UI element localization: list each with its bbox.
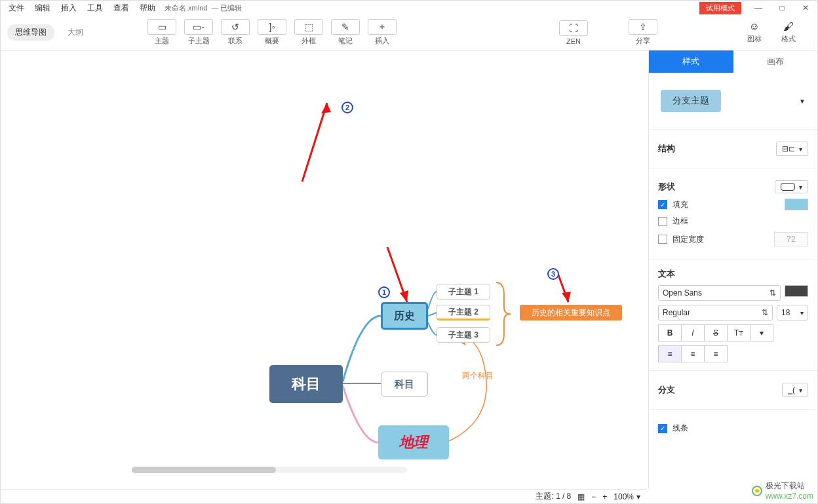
chevron-down-icon[interactable]: ▼	[799, 98, 806, 105]
font-family-select[interactable]: Open Sans⇅	[658, 285, 781, 301]
align-right-button[interactable]: ≡	[704, 345, 728, 362]
menu-bar: 文件 编辑 插入 工具 查看 帮助 未命名.xmind — 已编辑 试用模式 —…	[1, 1, 817, 15]
tool-format[interactable]: 🖌格式	[774, 21, 803, 44]
menu-help[interactable]: 帮助	[134, 1, 161, 15]
brush-icon: 🖌	[783, 21, 794, 33]
tool-relation[interactable]: ↺联系	[217, 19, 254, 46]
font-weight-select[interactable]: Regular⇅	[658, 305, 773, 320]
label-line: 线条	[672, 423, 688, 434]
watermark-logo-icon	[751, 485, 763, 497]
subtopic-icon: ▭-	[184, 19, 213, 35]
insert-icon: ＋	[368, 19, 397, 35]
maximize-button[interactable]: □	[770, 1, 794, 15]
node-subject-2[interactable]: 科目	[381, 372, 428, 397]
structure-icon: ⊟⊏	[782, 144, 795, 153]
node-subtopic-1[interactable]: 子主题 1	[437, 284, 490, 300]
zen-icon: ⛶	[559, 20, 588, 36]
minimize-button[interactable]: —	[747, 1, 770, 15]
node-root[interactable]: 科目	[269, 365, 343, 403]
italic-button[interactable]: I	[681, 324, 705, 341]
node-subtopic-2[interactable]: 子主题 2	[437, 305, 490, 320]
label-branch: 分支	[658, 384, 675, 396]
horizontal-scrollbar[interactable]	[132, 467, 407, 473]
menu-edit[interactable]: 编辑	[29, 1, 56, 15]
label-fill: 填充	[672, 199, 688, 210]
node-history[interactable]: 历史	[381, 302, 428, 330]
tool-topic[interactable]: ▭主题	[144, 19, 180, 46]
svg-marker-4	[400, 290, 408, 302]
status-bar: 主题: 1 / 8 ▦ − + 100% ▾	[1, 489, 647, 503]
label-text: 文本	[658, 269, 675, 279]
fill-color-swatch[interactable]	[785, 199, 808, 210]
strike-button[interactable]: S	[704, 324, 728, 341]
tool-insert[interactable]: ＋插入	[364, 19, 400, 46]
node-subtopic-3[interactable]: 子主题 3	[437, 327, 490, 343]
annotation-marker-2: 2	[341, 102, 353, 113]
zoom-out-button[interactable]: −	[591, 492, 596, 501]
tool-note[interactable]: ✎笔记	[327, 19, 364, 46]
node-geography[interactable]: 地理	[378, 425, 449, 459]
text-color-swatch[interactable]	[785, 285, 808, 297]
status-topic-count: 主题: 1 / 8	[536, 491, 571, 502]
summary-node[interactable]: 历史的相关重要知识点	[520, 305, 622, 320]
case-button[interactable]: Tᴛ	[727, 324, 750, 341]
font-size-select[interactable]: 18▾	[777, 305, 808, 320]
mindmap-canvas[interactable]: 科目 历史 科目 地理 子主题 1 子主题 2 子主题 3 历史的相关重要知识点…	[1, 50, 647, 489]
checkbox-line[interactable]: ✓	[658, 424, 667, 433]
side-tab-canvas[interactable]: 画布	[733, 50, 818, 73]
svg-marker-6	[562, 292, 571, 302]
tool-summary[interactable]: ]◦概要	[254, 19, 290, 46]
checkbox-border[interactable]	[658, 217, 667, 226]
tool-boundary[interactable]: ⬚外框	[290, 19, 327, 46]
stepper-icon: ⇅	[769, 288, 776, 298]
tool-icons[interactable]: ☺图标	[740, 21, 769, 44]
topic-type-chip[interactable]: 分支主题	[661, 90, 721, 112]
share-icon: ⇪	[629, 19, 657, 35]
shape-dropdown[interactable]: ▾	[775, 180, 808, 193]
align-left-button[interactable]: ≡	[658, 345, 682, 362]
align-center-button[interactable]: ≡	[681, 345, 705, 362]
trial-badge[interactable]: 试用模式	[699, 2, 741, 14]
file-name: 未命名.xmind	[165, 3, 207, 13]
case-menu[interactable]: ▾	[750, 324, 773, 341]
checkbox-fill[interactable]: ✓	[658, 200, 667, 209]
scrollbar-thumb[interactable]	[132, 467, 276, 473]
fixed-width-input[interactable]	[774, 232, 808, 246]
close-button[interactable]: ✕	[794, 1, 817, 15]
branch-style-dropdown[interactable]: ⎯(▾	[782, 383, 808, 397]
file-status: — 已编辑	[211, 3, 242, 13]
zoom-in-button[interactable]: +	[602, 492, 607, 501]
rounded-rect-icon	[781, 183, 795, 191]
menu-file[interactable]: 文件	[3, 1, 29, 15]
label-border: 边框	[672, 216, 688, 227]
note-icon: ✎	[331, 19, 360, 35]
annotation-marker-3: 3	[547, 268, 559, 280]
menu-tools[interactable]: 工具	[82, 1, 108, 15]
label-structure: 结构	[658, 143, 675, 155]
format-sidebar: 样式 画布 分支主题 ▼ 结构 ⊟⊏▾ 形状 ▾ ✓填充 边框 固定宽度 文本 …	[648, 50, 817, 489]
relation-label[interactable]: 两个科目	[462, 370, 494, 381]
map-icon[interactable]: ▦	[577, 492, 585, 501]
tool-zen[interactable]: ⛶ZEN	[555, 20, 592, 45]
side-tab-style[interactable]: 样式	[649, 50, 733, 73]
toolbar: 思维导图 大纲 ▭主题 ▭-子主题 ↺联系 ]◦概要 ⬚外框 ✎笔记 ＋插入 ⛶…	[1, 15, 817, 50]
menu-view[interactable]: 查看	[108, 1, 134, 15]
tool-share[interactable]: ⇪分享	[625, 19, 661, 46]
branch-icon: ⎯(	[788, 385, 795, 395]
stepper-icon: ⇅	[762, 308, 768, 317]
label-fixed-width: 固定宽度	[672, 234, 704, 245]
tab-mindmap[interactable]: 思维导图	[7, 24, 54, 41]
boundary-icon: ⬚	[294, 19, 323, 35]
tab-outline[interactable]: 大纲	[60, 24, 91, 41]
watermark: 极光下载站 www.xz7.com	[751, 480, 813, 501]
relation-icon: ↺	[221, 19, 250, 35]
bold-button[interactable]: B	[658, 324, 682, 341]
svg-line-1	[302, 103, 327, 182]
zoom-level[interactable]: 100% ▾	[614, 492, 640, 501]
checkbox-fixed-width[interactable]	[658, 235, 667, 244]
summary-brace	[495, 281, 512, 347]
annotation-marker-1: 1	[378, 286, 390, 298]
tool-subtopic[interactable]: ▭-子主题	[180, 19, 217, 46]
structure-dropdown[interactable]: ⊟⊏▾	[776, 142, 808, 156]
menu-insert[interactable]: 插入	[56, 1, 82, 15]
